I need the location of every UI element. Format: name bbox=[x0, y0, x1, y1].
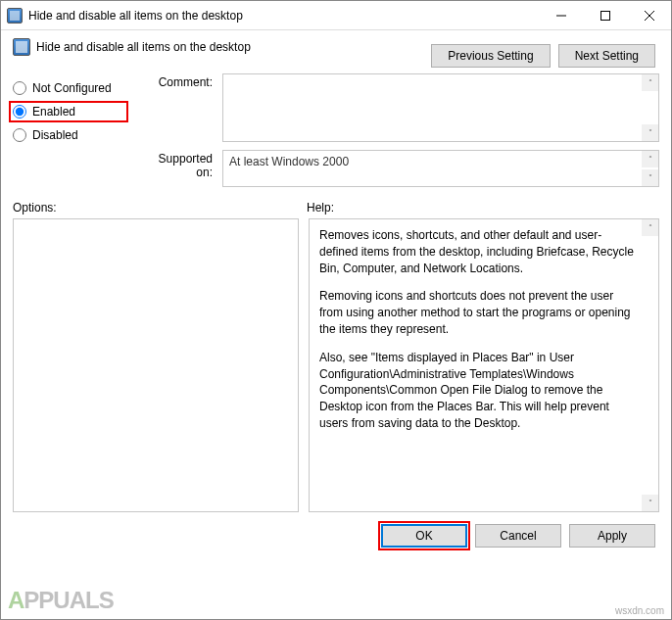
window-title: Hide and disable all items on the deskto… bbox=[28, 9, 539, 23]
close-button[interactable] bbox=[627, 1, 671, 29]
radio-disabled-label: Disabled bbox=[32, 128, 78, 142]
radio-enabled-label: Enabled bbox=[32, 105, 75, 119]
radio-disabled-input[interactable] bbox=[13, 128, 26, 142]
watermark-site: wsxdn.com bbox=[615, 605, 664, 616]
cancel-button[interactable]: Cancel bbox=[475, 524, 561, 548]
radio-not-configured-input[interactable] bbox=[13, 81, 26, 95]
maximize-button[interactable] bbox=[583, 1, 627, 29]
previous-setting-button[interactable]: Previous Setting bbox=[431, 44, 550, 68]
radio-enabled-input[interactable] bbox=[13, 105, 26, 119]
minimize-button[interactable] bbox=[539, 1, 583, 29]
help-label: Help: bbox=[307, 201, 334, 215]
help-paragraph: Removing icons and shortcuts does not pr… bbox=[319, 288, 639, 337]
app-icon bbox=[7, 8, 23, 24]
options-label: Options: bbox=[13, 201, 307, 215]
policy-name: Hide and disable all items on the deskto… bbox=[36, 40, 251, 54]
svg-rect-1 bbox=[600, 11, 609, 20]
comment-scrollbar[interactable]: ˄ ˅ bbox=[642, 74, 658, 141]
help-paragraph: Removes icons, shortcuts, and other defa… bbox=[319, 227, 639, 276]
apply-button[interactable]: Apply bbox=[569, 524, 655, 548]
supported-on-box: At least Windows 2000 ˄ ˅ bbox=[222, 150, 659, 187]
radio-not-configured-label: Not Configured bbox=[32, 81, 112, 95]
comment-label: Comment: bbox=[140, 73, 218, 89]
title-bar: Hide and disable all items on the deskto… bbox=[1, 1, 671, 30]
radio-enabled[interactable]: Enabled bbox=[13, 105, 122, 119]
radio-disabled[interactable]: Disabled bbox=[13, 128, 122, 142]
supported-on-value: At least Windows 2000 bbox=[229, 155, 349, 168]
scroll-down-icon[interactable]: ˅ bbox=[642, 495, 658, 511]
supported-label: Supported on: bbox=[140, 150, 218, 179]
ok-button[interactable]: OK bbox=[381, 524, 467, 548]
scroll-up-icon[interactable]: ˄ bbox=[642, 74, 658, 91]
scroll-down-icon[interactable]: ˅ bbox=[642, 169, 658, 186]
help-paragraph: Also, see "Items displayed in Places Bar… bbox=[319, 350, 639, 432]
scroll-down-icon[interactable]: ˅ bbox=[642, 124, 658, 141]
scroll-up-icon[interactable]: ˄ bbox=[642, 151, 658, 167]
radio-not-configured[interactable]: Not Configured bbox=[13, 81, 122, 95]
window-controls bbox=[539, 1, 671, 29]
help-pane: Removes icons, shortcuts, and other defa… bbox=[309, 218, 659, 512]
watermark-logo: APPUALS bbox=[8, 587, 114, 614]
supported-scrollbar[interactable]: ˄ ˅ bbox=[642, 151, 658, 186]
options-pane bbox=[13, 218, 299, 512]
help-scrollbar[interactable]: ˄ ˅ bbox=[642, 219, 658, 511]
next-setting-button[interactable]: Next Setting bbox=[558, 44, 655, 68]
policy-icon bbox=[13, 38, 30, 56]
scroll-up-icon[interactable]: ˄ bbox=[642, 219, 658, 236]
comment-textarea[interactable]: ˄ ˅ bbox=[222, 73, 659, 142]
